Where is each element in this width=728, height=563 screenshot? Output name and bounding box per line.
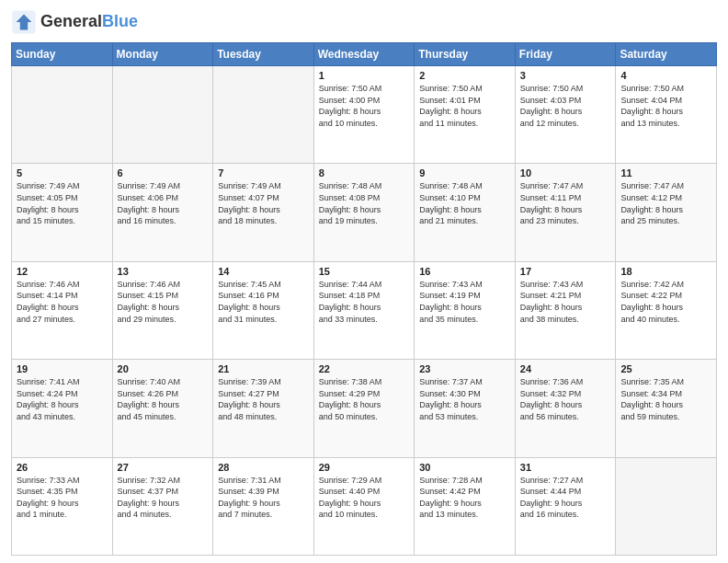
day-info: Sunrise: 7:50 AM Sunset: 4:01 PM Dayligh…	[419, 83, 510, 129]
day-cell: 20Sunrise: 7:40 AM Sunset: 4:26 PM Dayli…	[112, 360, 213, 457]
day-cell: 31Sunrise: 7:27 AM Sunset: 4:44 PM Dayli…	[515, 457, 616, 555]
day-cell: 18Sunrise: 7:42 AM Sunset: 4:22 PM Dayli…	[616, 261, 717, 359]
day-cell: 22Sunrise: 7:38 AM Sunset: 4:29 PM Dayli…	[313, 360, 415, 457]
day-info: Sunrise: 7:47 AM Sunset: 4:12 PM Dayligh…	[620, 180, 711, 226]
day-info: Sunrise: 7:50 AM Sunset: 4:04 PM Dayligh…	[620, 83, 711, 129]
day-cell: 3Sunrise: 7:50 AM Sunset: 4:03 PM Daylig…	[515, 66, 616, 164]
day-info: Sunrise: 7:33 AM Sunset: 4:35 PM Dayligh…	[17, 475, 108, 521]
day-cell: 7Sunrise: 7:49 AM Sunset: 4:07 PM Daylig…	[213, 164, 314, 261]
week-row-5: 26Sunrise: 7:33 AM Sunset: 4:35 PM Dayli…	[12, 457, 717, 555]
day-number: 29	[319, 462, 410, 473]
day-cell: 27Sunrise: 7:32 AM Sunset: 4:37 PM Dayli…	[112, 457, 213, 555]
day-cell: 13Sunrise: 7:46 AM Sunset: 4:15 PM Dayli…	[112, 261, 213, 359]
day-info: Sunrise: 7:48 AM Sunset: 4:08 PM Dayligh…	[319, 180, 410, 226]
day-number: 4	[620, 70, 711, 81]
day-number: 30	[419, 462, 510, 473]
day-cell: 23Sunrise: 7:37 AM Sunset: 4:30 PM Dayli…	[415, 360, 516, 457]
day-cell: 19Sunrise: 7:41 AM Sunset: 4:24 PM Dayli…	[12, 360, 113, 457]
day-number: 18	[620, 266, 711, 277]
day-cell: 29Sunrise: 7:29 AM Sunset: 4:40 PM Dayli…	[313, 457, 415, 555]
day-cell: 17Sunrise: 7:43 AM Sunset: 4:21 PM Dayli…	[515, 261, 616, 359]
day-cell: 2Sunrise: 7:50 AM Sunset: 4:01 PM Daylig…	[415, 66, 516, 164]
day-number: 2	[419, 70, 510, 81]
weekday-tuesday: Tuesday	[213, 43, 314, 66]
day-info: Sunrise: 7:28 AM Sunset: 4:42 PM Dayligh…	[419, 475, 510, 521]
day-cell: 9Sunrise: 7:48 AM Sunset: 4:10 PM Daylig…	[415, 164, 516, 261]
day-info: Sunrise: 7:47 AM Sunset: 4:11 PM Dayligh…	[520, 180, 611, 226]
day-cell: 4Sunrise: 7:50 AM Sunset: 4:04 PM Daylig…	[616, 66, 717, 164]
day-info: Sunrise: 7:45 AM Sunset: 4:16 PM Dayligh…	[218, 279, 309, 325]
day-info: Sunrise: 7:42 AM Sunset: 4:22 PM Dayligh…	[620, 279, 711, 325]
day-info: Sunrise: 7:41 AM Sunset: 4:24 PM Dayligh…	[17, 376, 108, 422]
day-info: Sunrise: 7:37 AM Sunset: 4:30 PM Dayligh…	[419, 376, 510, 422]
day-info: Sunrise: 7:31 AM Sunset: 4:39 PM Dayligh…	[218, 475, 309, 521]
day-number: 20	[118, 363, 209, 374]
day-cell: 16Sunrise: 7:43 AM Sunset: 4:19 PM Dayli…	[415, 261, 516, 359]
day-number: 22	[319, 363, 410, 374]
day-cell: 15Sunrise: 7:44 AM Sunset: 4:18 PM Dayli…	[313, 261, 415, 359]
day-number: 5	[17, 167, 108, 178]
day-info: Sunrise: 7:29 AM Sunset: 4:40 PM Dayligh…	[319, 475, 410, 521]
day-number: 10	[520, 167, 611, 178]
day-number: 19	[17, 363, 108, 374]
day-cell: 1Sunrise: 7:50 AM Sunset: 4:00 PM Daylig…	[313, 66, 415, 164]
day-info: Sunrise: 7:49 AM Sunset: 4:05 PM Dayligh…	[17, 180, 108, 226]
day-number: 16	[419, 266, 510, 277]
calendar-table: SundayMondayTuesdayWednesdayThursdayFrid…	[11, 42, 717, 556]
day-number: 7	[218, 167, 309, 178]
weekday-monday: Monday	[112, 43, 213, 66]
day-info: Sunrise: 7:46 AM Sunset: 4:14 PM Dayligh…	[17, 279, 108, 325]
day-number: 8	[319, 167, 410, 178]
logo: GeneralBlue	[11, 9, 138, 35]
week-row-4: 19Sunrise: 7:41 AM Sunset: 4:24 PM Dayli…	[12, 360, 717, 457]
day-info: Sunrise: 7:49 AM Sunset: 4:07 PM Dayligh…	[218, 180, 309, 226]
day-cell: 26Sunrise: 7:33 AM Sunset: 4:35 PM Dayli…	[12, 457, 113, 555]
day-cell: 6Sunrise: 7:49 AM Sunset: 4:06 PM Daylig…	[112, 164, 213, 261]
day-number: 25	[620, 363, 711, 374]
day-info: Sunrise: 7:44 AM Sunset: 4:18 PM Dayligh…	[319, 279, 410, 325]
weekday-saturday: Saturday	[616, 43, 717, 66]
day-number: 27	[118, 462, 209, 473]
day-number: 23	[419, 363, 510, 374]
day-cell: 14Sunrise: 7:45 AM Sunset: 4:16 PM Dayli…	[213, 261, 314, 359]
day-cell: 30Sunrise: 7:28 AM Sunset: 4:42 PM Dayli…	[415, 457, 516, 555]
page: GeneralBlue SundayMondayTuesdayWednesday…	[0, 0, 728, 563]
day-number: 3	[520, 70, 611, 81]
day-number: 31	[520, 462, 611, 473]
day-cell: 8Sunrise: 7:48 AM Sunset: 4:08 PM Daylig…	[313, 164, 415, 261]
day-number: 11	[620, 167, 711, 178]
day-number: 26	[17, 462, 108, 473]
day-number: 12	[17, 266, 108, 277]
day-cell: 21Sunrise: 7:39 AM Sunset: 4:27 PM Dayli…	[213, 360, 314, 457]
weekday-thursday: Thursday	[415, 43, 516, 66]
day-number: 24	[520, 363, 611, 374]
day-number: 1	[319, 70, 410, 81]
day-cell: 5Sunrise: 7:49 AM Sunset: 4:05 PM Daylig…	[12, 164, 113, 261]
day-info: Sunrise: 7:50 AM Sunset: 4:03 PM Dayligh…	[520, 83, 611, 129]
week-row-2: 5Sunrise: 7:49 AM Sunset: 4:05 PM Daylig…	[12, 164, 717, 261]
day-cell: 10Sunrise: 7:47 AM Sunset: 4:11 PM Dayli…	[515, 164, 616, 261]
day-number: 28	[218, 462, 309, 473]
day-number: 15	[319, 266, 410, 277]
day-info: Sunrise: 7:35 AM Sunset: 4:34 PM Dayligh…	[620, 376, 711, 422]
day-info: Sunrise: 7:38 AM Sunset: 4:29 PM Dayligh…	[319, 376, 410, 422]
day-info: Sunrise: 7:48 AM Sunset: 4:10 PM Dayligh…	[419, 180, 510, 226]
week-row-1: 1Sunrise: 7:50 AM Sunset: 4:00 PM Daylig…	[12, 66, 717, 164]
weekday-friday: Friday	[515, 43, 616, 66]
day-cell: 11Sunrise: 7:47 AM Sunset: 4:12 PM Dayli…	[616, 164, 717, 261]
day-number: 13	[118, 266, 209, 277]
day-info: Sunrise: 7:43 AM Sunset: 4:21 PM Dayligh…	[520, 279, 611, 325]
day-info: Sunrise: 7:32 AM Sunset: 4:37 PM Dayligh…	[118, 475, 209, 521]
day-info: Sunrise: 7:40 AM Sunset: 4:26 PM Dayligh…	[118, 376, 209, 422]
logo-blue: Blue	[102, 12, 138, 30]
day-number: 17	[520, 266, 611, 277]
logo-icon	[11, 9, 37, 35]
day-number: 21	[218, 363, 309, 374]
day-info: Sunrise: 7:49 AM Sunset: 4:06 PM Dayligh…	[118, 180, 209, 226]
logo-text: GeneralBlue	[40, 13, 138, 31]
day-number: 14	[218, 266, 309, 277]
day-info: Sunrise: 7:43 AM Sunset: 4:19 PM Dayligh…	[419, 279, 510, 325]
day-cell: 28Sunrise: 7:31 AM Sunset: 4:39 PM Dayli…	[213, 457, 314, 555]
day-cell: 24Sunrise: 7:36 AM Sunset: 4:32 PM Dayli…	[515, 360, 616, 457]
day-cell: 25Sunrise: 7:35 AM Sunset: 4:34 PM Dayli…	[616, 360, 717, 457]
